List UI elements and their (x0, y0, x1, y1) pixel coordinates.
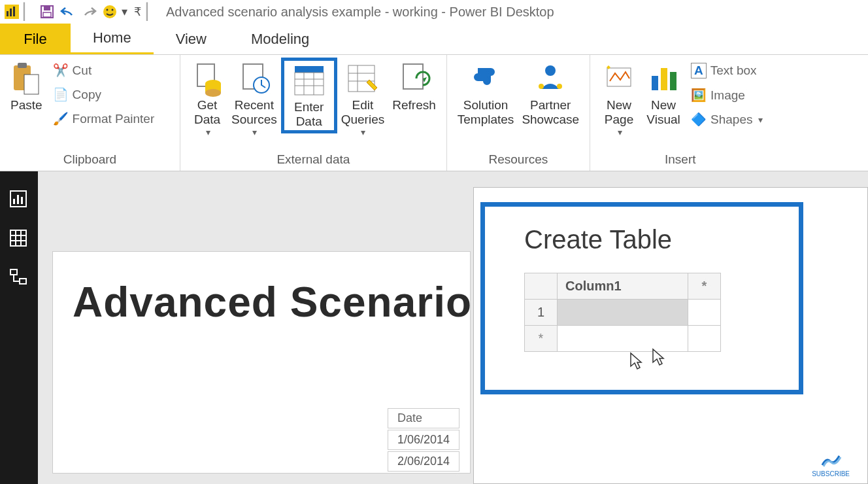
refresh-button[interactable]: Refresh (388, 58, 440, 115)
svg-rect-36 (670, 72, 676, 90)
svg-rect-1 (7, 11, 8, 16)
add-row-cell[interactable]: * (525, 326, 558, 352)
cell[interactable] (558, 326, 688, 352)
redo-icon[interactable] (80, 3, 98, 21)
page-title: Advanced Scenario (73, 278, 457, 326)
svg-point-7 (103, 5, 116, 18)
tab-file[interactable]: File (0, 24, 71, 54)
undo-icon[interactable] (59, 3, 77, 21)
svg-rect-47 (20, 279, 26, 284)
create-table-dialog: Create Table Column1 * 1 * (473, 187, 868, 484)
svg-rect-40 (21, 197, 23, 204)
table-row: 1/06/2014 (388, 430, 459, 450)
cursor-icon (651, 348, 665, 366)
cursor-icon (629, 352, 643, 370)
svg-rect-19 (295, 66, 324, 73)
partner-showcase-button[interactable]: Partner Showcase (518, 58, 583, 130)
ribbon: Paste ✂️Cut 📄Copy 🖌️Format Painter Clipb… (0, 55, 868, 171)
work-area: Advanced Scenario Date 1/06/2014 2/06/20… (0, 171, 868, 484)
scissors-icon: ✂️ (53, 63, 69, 78)
svg-rect-11 (18, 63, 27, 68)
paste-button[interactable]: Paste (7, 58, 46, 115)
copy-button[interactable]: 📄Copy (52, 84, 156, 105)
smiley-icon[interactable] (101, 3, 119, 21)
svg-point-30 (545, 65, 556, 76)
menu-bar: File Home View Modeling (0, 24, 868, 55)
row-number: 1 (525, 300, 558, 326)
group-external-data: Get Data▾ Recent Sources▾ Enter Data Edi… (180, 55, 447, 171)
image-icon: 🖼️ (691, 88, 707, 103)
svg-rect-3 (13, 7, 15, 16)
svg-rect-5 (44, 7, 50, 10)
svg-rect-39 (17, 195, 19, 204)
svg-rect-46 (10, 269, 17, 275)
tab-view[interactable]: View (154, 24, 229, 54)
shapes-icon: 🔷 (691, 112, 707, 127)
solution-templates-button[interactable]: Solution Templates (454, 58, 518, 130)
copy-icon: 📄 (53, 87, 69, 102)
group-resources: Solution Templates Partner Showcase Reso… (447, 55, 590, 171)
report-view-icon[interactable] (9, 190, 29, 209)
svg-rect-35 (661, 68, 667, 90)
shapes-button[interactable]: 🔷Shapes▾ (690, 109, 763, 130)
svg-rect-25 (348, 65, 375, 92)
enter-data-button[interactable]: Enter Data (281, 58, 337, 133)
app-icon (3, 3, 21, 21)
cell[interactable] (688, 326, 721, 352)
svg-point-8 (107, 9, 108, 11)
customize-icon[interactable]: ₹ (134, 5, 141, 19)
group-insert: New Page▾ New Visual AText box 🖼️Image 🔷… (590, 55, 770, 171)
svg-rect-2 (10, 9, 12, 16)
view-switcher (0, 171, 38, 484)
svg-rect-38 (13, 199, 15, 204)
save-icon[interactable] (38, 3, 56, 21)
svg-rect-34 (652, 76, 658, 90)
column-header[interactable]: Column1 (558, 273, 688, 300)
table-row: 2/06/2014 (388, 451, 459, 472)
brush-icon: 🖌️ (53, 111, 69, 126)
svg-rect-12 (24, 75, 39, 94)
tab-home[interactable]: Home (71, 24, 154, 54)
dialog-highlight: Create Table Column1 * 1 * (480, 202, 803, 394)
tab-modeling[interactable]: Modeling (229, 24, 331, 54)
divider-icon: ▏ (146, 3, 158, 21)
text-box-button[interactable]: AText box (690, 60, 763, 81)
model-view-icon[interactable] (9, 268, 29, 288)
divider-icon: ▏ (24, 3, 35, 21)
create-table-grid[interactable]: Column1 * 1 * (524, 273, 721, 352)
corner-cell (525, 273, 558, 300)
svg-point-9 (112, 9, 114, 11)
title-bar: ▏ ▾ ₹ ▏ Advanced scenario analysis examp… (0, 0, 868, 24)
format-painter-button[interactable]: 🖌️Format Painter (52, 109, 156, 129)
report-canvas[interactable]: Advanced Scenario Date 1/06/2014 2/06/20… (52, 251, 471, 474)
new-visual-button[interactable]: New Visual (641, 58, 686, 130)
dialog-title: Create Table (524, 225, 773, 254)
svg-rect-29 (403, 64, 423, 89)
date-table-visual[interactable]: Date 1/06/2014 2/06/2014 (386, 407, 461, 473)
data-view-icon[interactable] (9, 229, 29, 249)
subscribe-watermark: SUBSCRIBE (812, 452, 850, 477)
window-title: Advanced scenario analysis example - wor… (166, 5, 554, 20)
cell[interactable] (688, 300, 721, 326)
new-page-button[interactable]: New Page▾ (597, 58, 641, 140)
recent-sources-button[interactable]: Recent Sources▾ (227, 58, 281, 140)
dropdown-icon[interactable]: ▾ (122, 5, 127, 19)
svg-point-32 (557, 84, 562, 89)
get-data-button[interactable]: Get Data▾ (187, 58, 227, 140)
svg-point-31 (539, 84, 544, 89)
svg-rect-41 (10, 230, 26, 246)
edit-queries-button[interactable]: Edit Queries▾ (337, 58, 389, 140)
quick-access-toolbar: ▏ ▾ ₹ ▏ (3, 3, 161, 21)
image-button[interactable]: 🖼️Image (690, 85, 763, 105)
svg-rect-6 (43, 12, 51, 17)
cut-button[interactable]: ✂️Cut (52, 60, 156, 80)
svg-point-16 (205, 89, 221, 97)
svg-rect-20 (295, 73, 324, 95)
group-clipboard: Paste ✂️Cut 📄Copy 🖌️Format Painter Clipb… (0, 55, 180, 171)
textbox-icon: A (691, 63, 707, 78)
data-cell[interactable] (558, 300, 688, 326)
add-column-cell[interactable]: * (688, 273, 721, 300)
